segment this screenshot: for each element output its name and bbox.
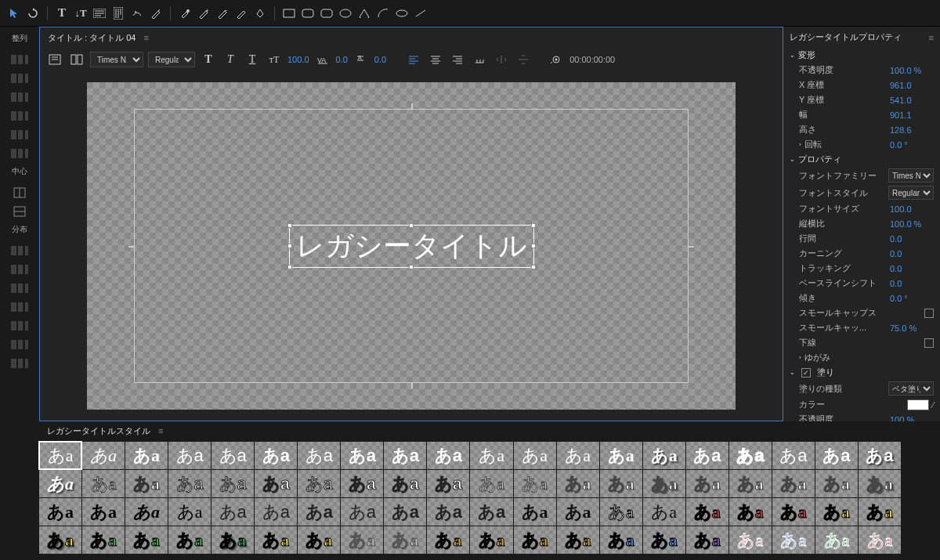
style-swatch[interactable]: あa xyxy=(643,470,685,497)
style-swatch[interactable]: あa xyxy=(82,470,125,497)
line-tool-icon[interactable] xyxy=(413,5,428,21)
style-swatch[interactable]: あa xyxy=(470,526,512,554)
style-swatch[interactable]: あa xyxy=(298,470,340,497)
align-button[interactable] xyxy=(3,91,36,103)
style-swatch[interactable]: あa xyxy=(39,470,81,497)
smallcaps-size-value[interactable]: 75.0 % xyxy=(890,323,934,333)
style-swatch[interactable]: あa xyxy=(39,526,81,554)
tracking-value[interactable]: 0.0 xyxy=(890,264,934,273)
baseline-value[interactable]: 0.0 xyxy=(890,279,934,288)
distribute-h-icon[interactable] xyxy=(493,52,510,67)
type-tool-icon[interactable]: T xyxy=(54,5,70,21)
style-swatch[interactable]: あa xyxy=(255,470,297,497)
align-button[interactable] xyxy=(3,53,36,66)
style-swatch[interactable]: あa xyxy=(212,498,254,526)
distribute-button[interactable] xyxy=(3,320,36,332)
style-swatch[interactable]: あa xyxy=(255,498,297,526)
style-swatch[interactable]: あa xyxy=(557,526,599,554)
fill-type-select[interactable]: ベタ塗り xyxy=(888,381,934,396)
style-swatch[interactable]: あa xyxy=(643,526,685,554)
nib-tool-icon[interactable] xyxy=(252,5,268,21)
distribute-button[interactable] xyxy=(3,282,36,294)
opacity-value[interactable]: 100.0 % xyxy=(890,66,934,75)
style-swatch[interactable]: あa xyxy=(600,442,642,469)
title-text-selection[interactable]: レガシータイトル xyxy=(289,225,534,268)
style-swatch[interactable]: あa xyxy=(39,442,81,469)
properties-group-header[interactable]: ⌄プロパティ xyxy=(790,152,934,167)
style-swatch[interactable]: あa xyxy=(514,442,556,469)
style-swatch[interactable]: あa xyxy=(686,498,728,526)
style-swatch[interactable]: あa xyxy=(514,470,556,497)
style-swatch[interactable]: あa xyxy=(298,498,340,526)
rectangle-tool-icon[interactable] xyxy=(281,5,297,21)
panel-menu-icon[interactable]: ≡ xyxy=(158,426,163,435)
style-swatch[interactable]: あa xyxy=(341,498,383,526)
style-swatch[interactable]: あa xyxy=(341,442,383,469)
align-button[interactable] xyxy=(3,110,36,122)
clipped-rectangle-tool-icon[interactable] xyxy=(319,5,334,21)
style-swatch[interactable]: あa xyxy=(255,442,297,469)
style-swatch[interactable]: あa xyxy=(125,470,168,497)
show-video-icon[interactable] xyxy=(548,52,565,67)
panel-menu-icon[interactable]: ≡ xyxy=(929,33,934,42)
aspect-value[interactable]: 100.0 % xyxy=(890,219,934,229)
style-swatch[interactable]: あa xyxy=(384,498,426,526)
roll-crawl-button-icon[interactable] xyxy=(68,52,85,67)
align-left-icon[interactable] xyxy=(405,52,422,67)
align-right-icon[interactable] xyxy=(449,52,466,67)
distribute-button[interactable] xyxy=(3,263,36,276)
style-swatch[interactable]: あa xyxy=(729,442,772,469)
kerning-value[interactable]: 0.0 xyxy=(890,249,934,258)
style-swatch[interactable]: あa xyxy=(859,498,901,526)
style-swatch[interactable]: あa xyxy=(427,498,469,526)
style-swatch[interactable]: あa xyxy=(729,470,772,497)
style-swatch[interactable]: あa xyxy=(600,526,642,554)
path-type-tool-icon[interactable] xyxy=(129,5,145,21)
style-swatch[interactable]: あa xyxy=(427,526,469,554)
style-swatch[interactable]: あa xyxy=(557,442,599,469)
style-swatch[interactable]: あa xyxy=(600,498,642,526)
distribute-v-icon[interactable] xyxy=(515,52,532,67)
underline-button-icon[interactable]: T xyxy=(244,52,261,67)
style-swatch[interactable]: あa xyxy=(729,498,772,526)
selection-tool-icon[interactable] xyxy=(6,5,22,21)
align-center-icon[interactable] xyxy=(427,52,444,67)
templates-button-icon[interactable] xyxy=(46,52,63,67)
area-type-tool-icon[interactable] xyxy=(92,5,107,21)
style-swatch[interactable]: あa xyxy=(82,526,125,554)
style-swatch[interactable]: あa xyxy=(82,498,125,526)
rotation-value[interactable]: 0.0 ° xyxy=(890,140,934,150)
x-value[interactable]: 961.0 xyxy=(890,81,934,90)
style-swatch[interactable]: あa xyxy=(470,498,512,526)
style-swatch[interactable]: あa xyxy=(427,442,469,469)
distribute-button[interactable] xyxy=(3,357,36,370)
vertical-type-tool-icon[interactable]: ↓T xyxy=(73,5,89,21)
smallcaps-checkbox[interactable] xyxy=(924,309,934,318)
style-swatch[interactable]: あa xyxy=(255,526,297,554)
arc-tool-icon[interactable] xyxy=(375,5,391,21)
align-button[interactable] xyxy=(3,72,36,85)
font-family-select[interactable]: Times Ne... xyxy=(888,168,934,182)
kerning-value[interactable]: 0.0 xyxy=(336,55,348,64)
bold-button-icon[interactable]: T xyxy=(200,52,217,67)
align-button[interactable] xyxy=(3,128,36,141)
pen-tool-icon[interactable] xyxy=(148,5,164,21)
fill-enabled-checkbox[interactable] xyxy=(801,368,811,378)
title-text[interactable]: レガシータイトル xyxy=(296,230,527,262)
panel-menu-icon[interactable]: ≡ xyxy=(143,33,148,42)
ellipse-tool-icon[interactable] xyxy=(338,5,353,21)
style-swatch[interactable]: あa xyxy=(600,470,642,497)
height-value[interactable]: 128.6 xyxy=(890,125,934,135)
font-family-select[interactable]: Times N... xyxy=(90,52,143,67)
oval-tool-icon[interactable] xyxy=(394,5,410,21)
style-swatch[interactable]: あa xyxy=(125,526,168,554)
style-swatch[interactable]: あa xyxy=(341,526,383,554)
distribute-button[interactable] xyxy=(3,301,36,313)
vertical-area-type-tool-icon[interactable] xyxy=(110,5,126,21)
style-swatch[interactable]: あa xyxy=(341,470,383,497)
center-h-button[interactable] xyxy=(3,186,36,199)
style-swatch[interactable]: あa xyxy=(427,470,469,497)
align-button[interactable] xyxy=(3,147,36,160)
style-swatch[interactable]: あa xyxy=(384,442,426,469)
rounded-rectangle-tool-icon[interactable] xyxy=(300,5,316,21)
